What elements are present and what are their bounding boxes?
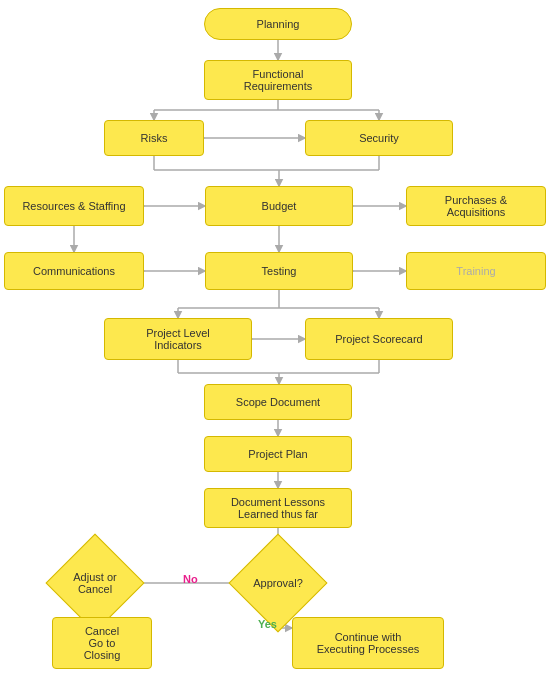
budget-node: Budget xyxy=(205,186,353,226)
resources-node: Resources & Staffing xyxy=(4,186,144,226)
resources-label: Resources & Staffing xyxy=(22,200,125,212)
doc-lessons-label: Document LessonsLearned thus far xyxy=(231,496,325,520)
communications-node: Communications xyxy=(4,252,144,290)
cancel-closing-node: CancelGo toClosing xyxy=(52,617,152,669)
project-scorecard-label: Project Scorecard xyxy=(335,333,422,345)
continue-exec-node: Continue withExecuting Processes xyxy=(292,617,444,669)
functional-label: FunctionalRequirements xyxy=(244,68,312,92)
scope-doc-label: Scope Document xyxy=(236,396,320,408)
testing-label: Testing xyxy=(262,265,297,277)
planning-label: Planning xyxy=(257,18,300,30)
project-level-label: Project LevelIndicators xyxy=(146,327,210,351)
approval-label: Approval? xyxy=(253,577,303,589)
purchases-node: Purchases &Acquisitions xyxy=(406,186,546,226)
project-scorecard-node: Project Scorecard xyxy=(305,318,453,360)
doc-lessons-node: Document LessonsLearned thus far xyxy=(204,488,352,528)
training-node: Training xyxy=(406,252,546,290)
purchases-label: Purchases &Acquisitions xyxy=(445,194,507,218)
communications-label: Communications xyxy=(33,265,115,277)
security-node: Security xyxy=(305,120,453,156)
budget-label: Budget xyxy=(262,200,297,212)
planning-node: Planning xyxy=(204,8,352,40)
scope-doc-node: Scope Document xyxy=(204,384,352,420)
project-plan-node: Project Plan xyxy=(204,436,352,472)
no-label: No xyxy=(183,573,198,585)
project-plan-label: Project Plan xyxy=(248,448,307,460)
continue-exec-label: Continue withExecuting Processes xyxy=(317,631,420,655)
cancel-closing-label: CancelGo toClosing xyxy=(84,625,121,661)
risks-label: Risks xyxy=(141,132,168,144)
adjust-cancel-label: Adjust or Cancel xyxy=(60,571,130,595)
testing-node: Testing xyxy=(205,252,353,290)
risks-node: Risks xyxy=(104,120,204,156)
security-label: Security xyxy=(359,132,399,144)
yes-label: Yes xyxy=(258,618,277,630)
training-label: Training xyxy=(456,265,495,277)
functional-node: FunctionalRequirements xyxy=(204,60,352,100)
project-level-node: Project LevelIndicators xyxy=(104,318,252,360)
